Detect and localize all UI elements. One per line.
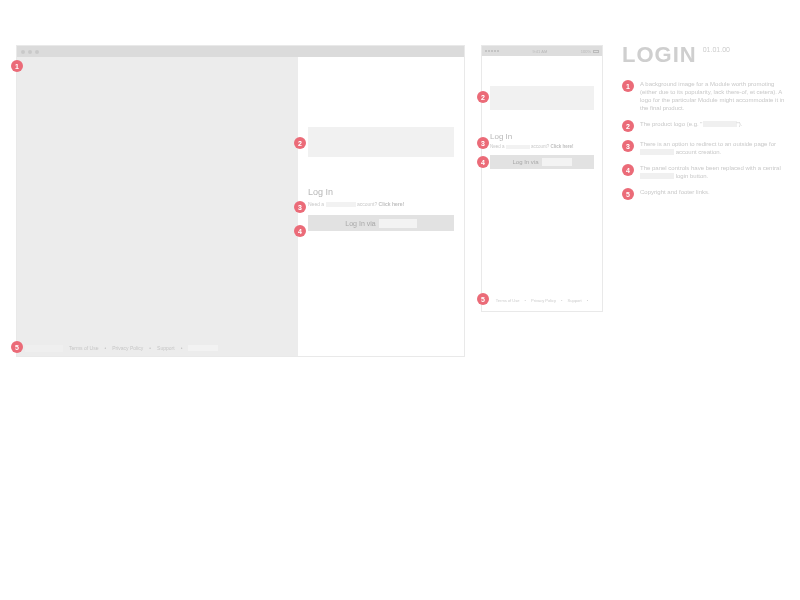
screen-title-row: LOGIN 01.01.00 [622,42,787,68]
redacted-text [640,149,674,155]
callout-marker-1: 1 [11,60,23,72]
annotation-text: A background image for a Module worth pr… [640,80,787,112]
annotation-1: 1 A background image for a Module worth … [622,80,787,112]
mobile-footer: Terms of Use • Privacy Policy • Support … [482,298,602,303]
annotation-text-a: The panel controls have been replaced wi… [640,165,781,171]
battery-icon [593,50,599,53]
mobile-device-mock: 9:41 AM 100% Log In Need a account? Clic… [481,45,603,312]
traffic-light-min-icon [28,50,32,54]
hero-background [17,57,298,356]
callout-marker-5: 5 [11,341,23,353]
annotation-bullet: 4 [622,164,634,176]
desktop-browser-mock: Log In Need a account? Click here! Log I… [16,45,465,357]
click-here-link[interactable]: Click here! [551,144,574,149]
login-heading: Log In [490,132,594,141]
browser-titlebar [17,46,464,57]
need-suffix: account? [356,201,378,207]
separator-icon: • [561,298,562,303]
separator-icon: • [181,345,183,351]
footer-terms[interactable]: Terms of Use [496,298,520,303]
footer-terms[interactable]: Terms of Use [69,345,98,351]
need-prefix: Need a [490,144,506,149]
redacted-text [703,121,737,127]
redacted-footer-link [188,345,218,351]
login-via-label: Log In via [512,159,538,165]
need-account-line: Need a account? Click here! [490,144,594,149]
annotation-5: 5 Copyright and footer links. [622,188,787,200]
mobile-body: Log In Need a account? Click here! Log I… [482,56,602,311]
signal-icon [485,50,499,52]
need-prefix: Need a [308,201,326,207]
annotation-bullet: 3 [622,140,634,152]
redacted-text [506,145,530,149]
separator-icon: • [525,298,526,303]
footer-support[interactable]: Support [157,345,175,351]
annotation-4: 4 The panel controls have been replaced … [622,164,787,180]
need-account-line: Need a account? Click here! [308,201,454,207]
status-time: 9:41 AM [533,49,548,54]
annotation-bullet: 1 [622,80,634,92]
footer-support[interactable]: Support [568,298,582,303]
login-heading: Log In [308,187,454,197]
product-logo-placeholder [308,127,454,157]
traffic-light-close-icon [21,50,25,54]
screen-version: 01.01.00 [703,46,730,53]
annotation-text-b: login button. [674,173,708,179]
separator-icon: • [104,345,106,351]
copyright-placeholder [25,345,63,352]
battery-indicator: 100% [581,49,599,54]
annotation-text-b: account creation. [674,149,721,155]
redacted-provider [542,158,572,166]
annotation-text: Copyright and footer links. [640,188,710,200]
redacted-text [326,202,356,207]
footer-privacy[interactable]: Privacy Policy [112,345,143,351]
annotation-bullet: 2 [622,120,634,132]
separator-icon: • [587,298,588,303]
need-suffix: account? [530,144,550,149]
desktop-content: Log In Need a account? Click here! Log I… [17,57,464,356]
annotation-text: The product logo (e.g. ""). [640,120,742,132]
battery-pct: 100% [581,49,591,54]
login-panel: Log In Need a account? Click here! Log I… [298,57,464,356]
annotation-bullet: 5 [622,188,634,200]
annotation-2: 2 The product logo (e.g. ""). [622,120,787,132]
annotation-text: There is an option to redirect to an out… [640,140,787,156]
redacted-provider [379,219,417,228]
annotation-text-a: There is an option to redirect to an out… [640,141,776,147]
callout-marker-3: 3 [294,201,306,213]
redacted-text [640,173,674,179]
click-here-link[interactable]: Click here! [379,201,405,207]
screen-title: LOGIN [622,42,697,68]
callout-marker-4-mobile: 4 [477,156,489,168]
footer-privacy[interactable]: Privacy Policy [531,298,556,303]
annotation-text-a: The product logo (e.g. " [640,121,703,127]
product-logo-placeholder [490,86,594,110]
login-via-label: Log In via [345,220,375,227]
login-via-button[interactable]: Log In via [490,155,594,169]
annotation-3: 3 There is an option to redirect to an o… [622,140,787,156]
traffic-light-max-icon [35,50,39,54]
mobile-status-bar: 9:41 AM 100% [482,46,602,56]
desktop-footer: Terms of Use • Privacy Policy • Support … [17,340,464,356]
callout-marker-2: 2 [294,137,306,149]
separator-icon: • [149,345,151,351]
callout-marker-5-mobile: 5 [477,293,489,305]
annotation-text: The panel controls have been replaced wi… [640,164,787,180]
login-via-button[interactable]: Log In via [308,215,454,231]
annotation-column: LOGIN 01.01.00 1 A background image for … [622,42,787,208]
callout-marker-2-mobile: 2 [477,91,489,103]
callout-marker-4: 4 [294,225,306,237]
annotation-text-b: "). [737,121,743,127]
callout-marker-3-mobile: 3 [477,137,489,149]
